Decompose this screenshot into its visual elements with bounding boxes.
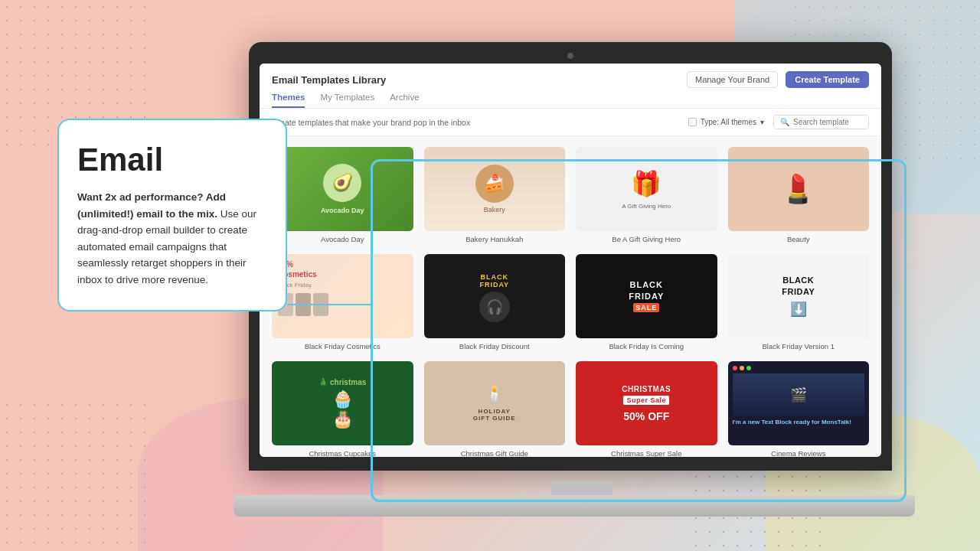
xmas-sale-percent: 50% OFF — [623, 410, 669, 422]
bakery-text: Bakery — [484, 206, 505, 214]
filter-checkbox[interactable] — [688, 118, 697, 126]
beauty-icon: 💄 — [781, 173, 815, 205]
template-item-bf-v1[interactable]: BLACKFRIDAY ⬇️ Black Friday Version 1 — [728, 254, 870, 350]
bf-v1-icon: ⬇️ — [790, 301, 807, 318]
template-label-bf-coming: Black Friday Is Coming — [609, 342, 684, 350]
app-nav: Themes My Templates Archive — [272, 93, 869, 108]
toolbar-subtitle: Create templates that make your brand po… — [272, 118, 470, 127]
tab-themes[interactable]: Themes — [272, 93, 305, 108]
dot-yellow — [740, 366, 744, 370]
template-thumb-bf-discount: BLACKFRIDAY 🎧 — [424, 254, 566, 338]
avocado-text: Avocado Day — [321, 207, 364, 214]
avocado-icon: 🥑 — [323, 164, 361, 202]
search-icon: 🔍 — [780, 118, 789, 126]
template-label-xmas-sale: Christmas Super Sale — [611, 449, 681, 457]
template-item-avocado-day[interactable]: 🥑 Avocado Day Avocado Day — [272, 147, 413, 243]
bf-sale-badge: SALE — [633, 303, 659, 312]
template-thumb-avocado: 🥑 Avocado Day — [272, 147, 413, 231]
bf-discount-text: BLACKFRIDAY — [476, 270, 512, 292]
template-item-bakery[interactable]: 🍰 Bakery Bakery Hanukkah — [424, 147, 566, 243]
info-card-bold: Want 2x ad performance? Add (unlimited!)… — [77, 191, 226, 220]
headphones-icon: 🎧 — [479, 292, 510, 322]
info-card-title: Email — [77, 142, 267, 178]
template-thumb-cinema: 🎬 I'm a new Text Block ready for MonsTal… — [728, 361, 870, 445]
laptop-base — [234, 495, 915, 517]
gift-guide-text: HOLIDAYGIFT GUIDE — [473, 408, 516, 422]
laptop: Email Templates Library Manage Your Bran… — [249, 42, 915, 517]
create-template-button[interactable]: Create Template — [786, 71, 869, 88]
app-header: Email Templates Library Manage Your Bran… — [260, 64, 881, 109]
template-item-cosmetics[interactable]: 30% Cosmetics Black Friday Black Friday … — [272, 254, 413, 350]
dots-bottom-left — [0, 398, 153, 551]
bf-v1-text: BLACKFRIDAY — [782, 275, 815, 298]
template-thumb-beauty: 💄 — [728, 147, 870, 231]
cinema-dots — [733, 366, 751, 370]
gift-text: A Gift Giving Hero — [622, 203, 671, 210]
chevron-down-icon: ▾ — [760, 118, 764, 126]
template-item-xmas-sale[interactable]: CHRISTMASSuper Sale 50% OFF Christmas Su… — [576, 361, 717, 457]
template-item-bf-discount[interactable]: BLACKFRIDAY 🎧 Black Friday Discount — [424, 254, 566, 350]
template-item-bf-coming[interactable]: BLACKFRIDAYSALE Black Friday Is Coming — [576, 254, 717, 350]
laptop-screen-outer: Email Templates Library Manage Your Bran… — [249, 42, 892, 471]
template-label-xmas-cupcakes: Christmas Cupcakes — [309, 449, 376, 457]
laptop-stand — [551, 481, 612, 495]
template-label-bf-discount: Black Friday Discount — [459, 342, 530, 350]
template-thumb-bf-coming: BLACKFRIDAYSALE — [576, 254, 717, 338]
laptop-camera — [567, 53, 573, 59]
template-thumb-bf-v1: BLACKFRIDAY ⬇️ — [728, 254, 870, 338]
template-label-gift: Be A Gift Giving Hero — [612, 235, 681, 243]
template-thumb-gift: 🎁 A Gift Giving Hero — [576, 147, 717, 231]
filter-control[interactable]: Type: All themes ▾ — [688, 118, 764, 126]
template-item-xmas-cupcakes[interactable]: 🎄 christmas 🧁 🎂 Christmas Cupcakes — [272, 361, 413, 457]
template-item-gift[interactable]: 🎁 A Gift Giving Hero Be A Gift Giving He… — [576, 147, 717, 243]
template-item-beauty[interactable]: 💄 Beauty — [728, 147, 870, 243]
connector-line — [287, 304, 371, 305]
template-thumb-bakery: 🍰 Bakery — [424, 147, 566, 231]
info-card-description: Want 2x ad performance? Add (unlimited!)… — [77, 189, 267, 289]
dot-red — [733, 366, 737, 370]
template-item-cinema[interactable]: 🎬 I'm a new Text Block ready for MonsTal… — [728, 361, 870, 457]
template-thumb-xmas-cupcakes: 🎄 christmas 🧁 🎂 — [272, 361, 413, 445]
bf-coming-text: BLACKFRIDAYSALE — [629, 279, 664, 312]
tab-my-templates[interactable]: My Templates — [320, 93, 374, 108]
cake-icon-2: 🎂 — [332, 409, 353, 429]
cake-icon: 🍰 — [475, 165, 514, 203]
dot-green — [746, 366, 751, 370]
super-sale-badge: Super Sale — [623, 396, 669, 405]
gift-icon: 🎁 — [631, 169, 662, 198]
candle-icon: 🕯️ — [484, 385, 505, 405]
xmas-sale-text: CHRISTMASSuper Sale — [622, 384, 671, 406]
template-label-beauty: Beauty — [787, 235, 810, 243]
template-label-bakery: Bakery Hanukkah — [466, 235, 523, 243]
laptop-screen: Email Templates Library Manage Your Bran… — [260, 64, 881, 457]
xmas-cupcakes-title: 🎄 christmas — [318, 378, 366, 386]
app-header-top: Email Templates Library Manage Your Bran… — [272, 71, 869, 88]
search-box[interactable]: 🔍 — [773, 115, 869, 129]
template-label-xmas-guide: Christmas Gift Guide — [461, 449, 528, 457]
template-item-xmas-guide[interactable]: 🕯️ HOLIDAYGIFT GUIDE Christmas Gift Guid… — [424, 361, 566, 457]
app-title: Email Templates Library — [272, 74, 386, 86]
cupcake-icon: 🧁 — [332, 390, 353, 409]
template-label-bf-v1: Black Friday Version 1 — [762, 342, 835, 350]
app-header-actions: Manage Your Brand Create Template — [687, 71, 869, 88]
toolbar-right: Type: All themes ▾ 🔍 — [688, 115, 869, 129]
template-thumb-cosmetics: 30% Cosmetics Black Friday — [272, 254, 413, 338]
filter-label: Type: All themes — [701, 118, 756, 126]
app-toolbar: Create templates that make your brand po… — [260, 109, 881, 136]
info-card: Email Want 2x ad performance? Add (unlim… — [57, 119, 287, 311]
search-input[interactable] — [793, 118, 862, 126]
templates-grid: 🥑 Avocado Day Avocado Day 🍰 Bakery Baker… — [260, 136, 881, 457]
template-label-cosmetics: Black Friday Cosmetics — [305, 342, 381, 350]
template-thumb-xmas-sale: CHRISTMASSuper Sale 50% OFF — [576, 361, 717, 445]
template-label-avocado: Avocado Day — [321, 235, 364, 243]
tab-archive[interactable]: Archive — [390, 93, 419, 108]
template-thumb-xmas-guide: 🕯️ HOLIDAYGIFT GUIDE — [424, 361, 566, 445]
template-label-cinema: Cinema Reviews — [771, 449, 825, 457]
cinema-poster: 🎬 — [733, 373, 865, 416]
cinema-label: I'm a new Text Block ready for MonsTalk! — [733, 419, 851, 425]
manage-brand-button[interactable]: Manage Your Brand — [687, 71, 778, 88]
